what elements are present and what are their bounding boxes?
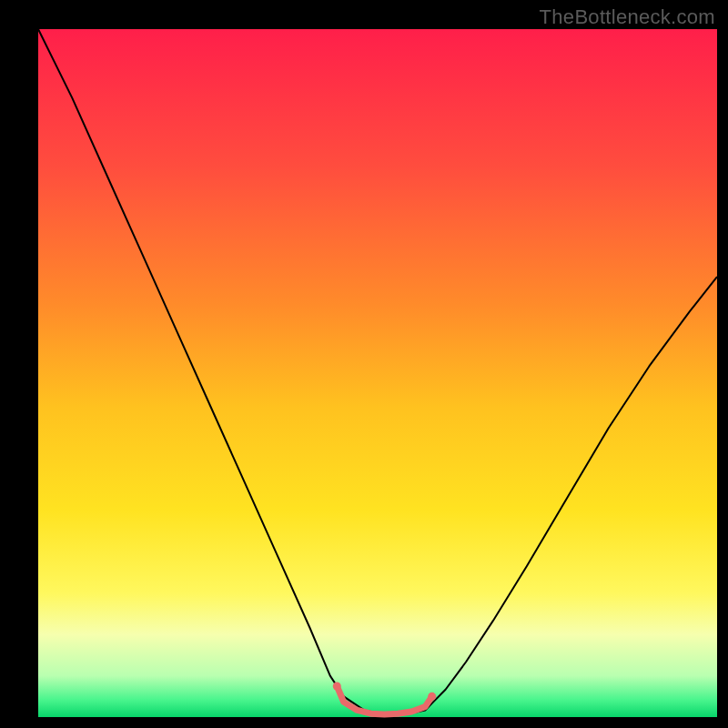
bottleneck-chart: [0, 0, 728, 728]
watermark-text: TheBottleneck.com: [540, 5, 715, 29]
highlight-endpoint-marker: [333, 682, 341, 690]
chart-background-gradient: [38, 29, 717, 717]
chart-frame: TheBottleneck.com: [0, 0, 728, 728]
highlight-endpoint-marker: [428, 693, 436, 701]
